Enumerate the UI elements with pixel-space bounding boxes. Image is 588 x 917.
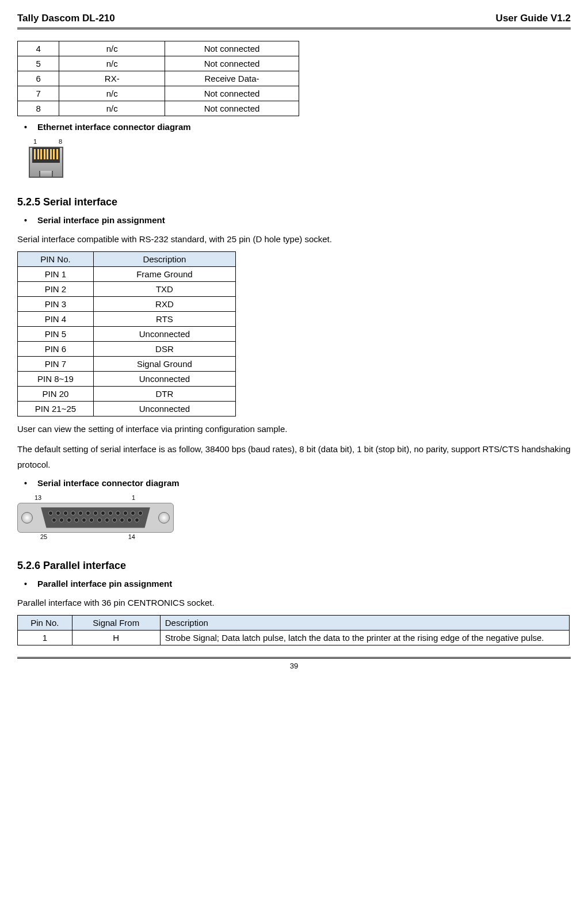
table-row: 1HStrobe Signal; Data latch pulse, latch… [18,630,570,645]
db25-pin-13-label: 13 [35,494,41,502]
table-cell: 7 [18,86,59,101]
table-cell: 4 [18,41,59,56]
table-cell: n/c [59,41,165,56]
ethernet-diagram-heading: Ethernet interface connector diagram [17,121,571,133]
table-cell: 1 [18,630,72,645]
header-left: Tally Dascom DL-210 [17,12,115,25]
db25-pin-14-label: 14 [128,533,135,541]
table-cell: DTR [93,386,235,401]
table-row: PIN 21~25Unconnected [18,401,236,416]
table-cell: PIN 21~25 [18,401,94,416]
table-row: 5n/cNot connected [18,56,299,71]
table-cell: Not connected [165,101,299,116]
section-525-heading: 5.2.5 Serial interface [17,195,571,209]
table-row: PIN 7Signal Ground [18,356,236,371]
serial-intro-text: Serial interface compatible with RS-232 … [17,231,571,247]
table-cell: RTS [93,311,235,326]
table-cell: TXD [93,281,235,296]
parallel-table-header-desc: Description [160,615,569,630]
table-cell: PIN 2 [18,281,94,296]
table-cell: n/c [59,101,165,116]
table-cell: Unconnected [93,326,235,341]
table-row: PIN 2TXD [18,281,236,296]
table-cell: Signal Ground [93,356,235,371]
serial-pin-table: PIN No. Description PIN 1Frame GroundPIN… [17,251,236,417]
serial-diagram-heading: Serial interface connector diagram [17,477,571,490]
serial-table-header-pin: PIN No. [18,251,94,266]
table-cell: 8 [18,101,59,116]
table-cell: Unconnected [93,371,235,386]
table-cell: n/c [59,86,165,101]
table-cell: DSR [93,341,235,356]
parallel-pin-heading: Parallel interface pin assignment [17,578,571,590]
rj45-connector-diagram: 1 8 [29,137,571,177]
table-row: PIN 8~19Unconnected [18,371,236,386]
table-cell: 6 [18,71,59,86]
parallel-intro-text: Parallel interface with 36 pin CENTRONIC… [17,595,571,610]
table-row: PIN 6DSR [18,341,236,356]
table-row: PIN 3RXD [18,296,236,311]
db25-pin-25-label: 25 [40,533,47,541]
serial-default-text: The default setting of serial interface … [17,441,571,472]
table-cell: PIN 8~19 [18,371,94,386]
page-footer: 39 [17,657,571,671]
ethernet-pin-table: 4n/cNot connected5n/cNot connected6RX-Re… [17,41,299,116]
table-cell: PIN 7 [18,356,94,371]
table-cell: PIN 5 [18,326,94,341]
table-cell: PIN 1 [18,266,94,281]
table-cell: PIN 4 [18,311,94,326]
table-cell: 5 [18,56,59,71]
db25-pin-1-label: 1 [132,494,135,502]
page-header: Tally Dascom DL-210 User Guide V1.2 [17,12,571,29]
serial-pin-heading: Serial interface pin assignment [17,214,571,227]
table-row: PIN 4RTS [18,311,236,326]
table-row: 6RX-Receive Data- [18,71,299,86]
table-cell: Receive Data- [165,71,299,86]
table-cell: Unconnected [93,401,235,416]
page-number: 39 [290,662,298,670]
table-cell: Not connected [165,41,299,56]
table-cell: RX- [59,71,165,86]
table-row: PIN 1Frame Ground [18,266,236,281]
parallel-pin-table: Pin No. Signal From Description 1HStrobe… [17,615,570,645]
table-cell: Strobe Signal; Data latch pulse, latch t… [160,630,569,645]
table-cell: n/c [59,56,165,71]
db25-connector-diagram: 13 1 25 14 [17,494,178,541]
serial-config-text: User can view the setting of interface v… [17,421,571,437]
table-row: 7n/cNot connected [18,86,299,101]
section-526-heading: 5.2.6 Parallel interface [17,559,571,573]
table-row: PIN 5Unconnected [18,326,236,341]
table-row: 8n/cNot connected [18,101,299,116]
rj45-pin-1-label: 1 [33,137,37,146]
table-cell: Not connected [165,86,299,101]
header-right: User Guide V1.2 [496,12,571,25]
table-row: 4n/cNot connected [18,41,299,56]
parallel-table-header-pin: Pin No. [18,615,72,630]
rj45-pin-8-label: 8 [59,137,62,146]
table-cell: Not connected [165,56,299,71]
parallel-table-header-signal: Signal From [72,615,160,630]
table-cell: RXD [93,296,235,311]
table-cell: PIN 6 [18,341,94,356]
table-cell: PIN 3 [18,296,94,311]
table-cell: Frame Ground [93,266,235,281]
table-cell: H [72,630,160,645]
table-row: PIN 20DTR [18,386,236,401]
serial-table-header-desc: Description [93,251,235,266]
table-cell: PIN 20 [18,386,94,401]
